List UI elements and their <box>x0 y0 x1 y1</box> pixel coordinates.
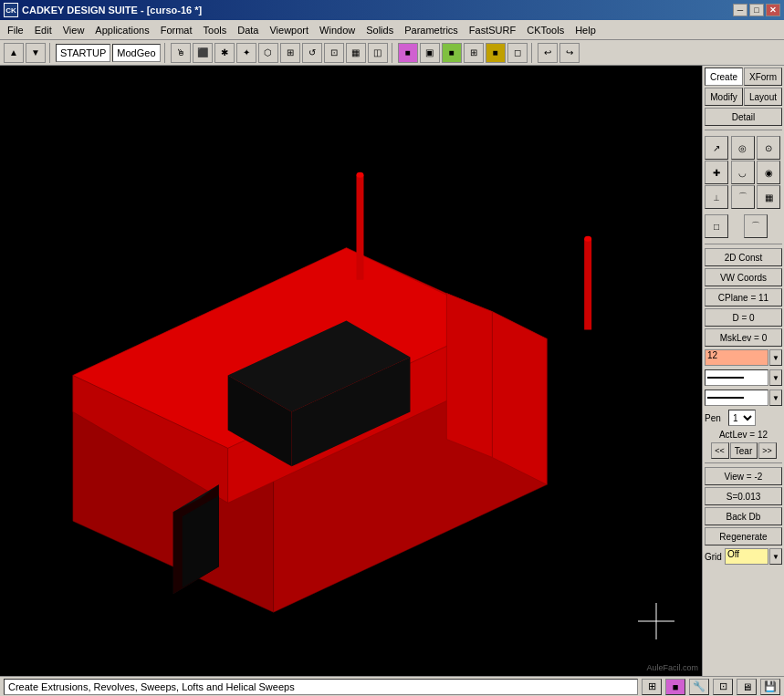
toolbar-btn4[interactable]: ✦ <box>236 43 256 63</box>
line-style-2-arrow[interactable]: ▼ <box>769 390 782 406</box>
divider-2 <box>705 244 782 244</box>
tab-detail[interactable]: Detail <box>705 108 782 126</box>
menu-data[interactable]: Data <box>232 23 264 37</box>
toolbar-btn3[interactable]: ✱ <box>214 43 235 63</box>
menu-help[interactable]: Help <box>570 23 601 37</box>
close-button[interactable]: ✕ <box>766 4 780 16</box>
toolbar-btn5[interactable]: ⬡ <box>258 43 278 63</box>
toolbar-btn7[interactable]: ↺ <box>302 43 322 63</box>
viewport[interactable]: AuleFacil.com <box>0 66 702 676</box>
divider-3 <box>705 462 782 463</box>
grid-label: Grid <box>705 552 722 562</box>
actlev-info: ActLev = 12 <box>705 429 782 441</box>
view-info[interactable]: View = -2 <box>705 467 782 485</box>
menu-fastsurf[interactable]: FastSURF <box>464 23 521 37</box>
toolbar-up-arrow[interactable]: ▲ <box>4 43 24 63</box>
menu-solids[interactable]: Solids <box>361 23 399 37</box>
line-style-1 <box>705 369 768 386</box>
title-bar-controls[interactable]: ─ □ ✕ <box>733 4 780 16</box>
toolbar-btn1[interactable]: 🖱 <box>171 43 191 63</box>
status-bar: Create Extrusions, Revolves, Sweeps, Lof… <box>0 676 784 696</box>
menu-tools[interactable]: Tools <box>198 23 233 37</box>
pen-row: Pen 123 <box>705 409 782 427</box>
status-icon-5[interactable]: 🖥 <box>737 679 757 695</box>
tab-xform[interactable]: XForm <box>744 68 782 86</box>
icon-arc[interactable]: ◡ <box>731 161 755 184</box>
cplane-info[interactable]: CPlane = 11 <box>705 288 782 306</box>
toolbar-btn9[interactable]: ▦ <box>346 43 366 63</box>
depth-info[interactable]: D = 0 <box>705 308 782 327</box>
menu-edit[interactable]: Edit <box>29 23 57 37</box>
status-icon-2[interactable]: ■ <box>665 679 685 695</box>
toolbar-btn11[interactable]: ■ <box>398 43 418 63</box>
toolbar-redo[interactable]: ↪ <box>559 43 580 63</box>
icon-plus-cross[interactable]: ✚ <box>705 161 728 184</box>
tab-modify[interactable]: Modify <box>705 88 743 106</box>
toolbar-down-arrow[interactable]: ▼ <box>26 43 46 63</box>
icon-perpendicular[interactable]: ⟂ <box>705 185 728 209</box>
toolbar-btn14[interactable]: ⊞ <box>464 43 484 63</box>
menu-applications[interactable]: Applications <box>89 23 154 37</box>
menu-viewport[interactable]: Viewport <box>264 23 314 37</box>
title-bar-left: CK CADKEY DESIGN SUITE - [curso-16 *] <box>4 3 202 17</box>
watermark: AuleFacil.com <box>646 663 698 672</box>
line-style-2-row: ▼ <box>705 389 782 407</box>
status-message: Create Extrusions, Revolves, Sweeps, Lof… <box>4 679 638 695</box>
pen-select[interactable]: 123 <box>728 410 756 426</box>
tab-row-3: Detail <box>705 108 782 126</box>
tab-layout[interactable]: Layout <box>744 88 782 106</box>
menu-format[interactable]: Format <box>155 23 198 37</box>
icon-arrow-up-right[interactable]: ↗ <box>705 136 728 160</box>
restore-button[interactable]: □ <box>749 4 764 16</box>
menu-view[interactable]: View <box>57 23 90 37</box>
app-icon: CK <box>4 3 18 17</box>
toolbar-btn8[interactable]: ⊡ <box>324 43 344 63</box>
icon-rectangle[interactable]: □ <box>705 214 728 238</box>
status-icon-4[interactable]: ⊡ <box>713 679 733 695</box>
grid-value[interactable]: Off <box>725 548 768 565</box>
minimize-button[interactable]: ─ <box>733 4 747 16</box>
status-icon-6[interactable]: 💾 <box>760 679 780 695</box>
menu-file[interactable]: File <box>2 23 29 37</box>
svg-marker-9 <box>446 294 492 458</box>
regenerate-button[interactable]: Regenerate <box>705 527 782 545</box>
color-dropdown-arrow[interactable]: ▼ <box>769 349 782 366</box>
tear-right-button[interactable]: >> <box>758 442 777 459</box>
grid-dropdown-arrow[interactable]: ▼ <box>769 548 782 565</box>
toolbar-btn2[interactable]: ⬛ <box>193 43 213 63</box>
const-2d-button[interactable]: 2D Const <box>705 248 782 266</box>
toolbar-btn15[interactable]: ■ <box>486 43 506 63</box>
toolbar-btn12[interactable]: ▣ <box>420 43 440 63</box>
icon-wave[interactable]: ⌒ <box>731 185 755 209</box>
menu-cktools[interactable]: CKTools <box>521 23 570 37</box>
toolbar-btn6[interactable]: ⊞ <box>280 43 300 63</box>
toolbar-sep3 <box>392 43 394 63</box>
tear-label[interactable]: Tear <box>730 442 758 459</box>
status-icon-3[interactable]: 🔧 <box>689 679 709 695</box>
scale-info[interactable]: S=0.013 <box>705 487 782 505</box>
msklev-info[interactable]: MskLev = 0 <box>705 328 782 347</box>
line-style-1-arrow[interactable]: ▼ <box>769 369 782 386</box>
icon-spline[interactable]: ⌒ <box>744 214 768 238</box>
tear-row: << Tear >> <box>705 442 782 459</box>
tab-create[interactable]: Create <box>705 68 743 86</box>
menu-bar: File Edit View Applications Format Tools… <box>0 20 784 40</box>
tear-left-button[interactable]: << <box>711 442 729 459</box>
icon-circle-dot[interactable]: ◎ <box>731 136 755 160</box>
color-dropdown[interactable]: 12 <box>705 349 768 366</box>
toolbar-btn10[interactable]: ◫ <box>368 43 388 63</box>
vw-coords-button[interactable]: VW Coords <box>705 268 782 286</box>
status-icon-1[interactable]: ⊞ <box>642 679 662 695</box>
svg-point-19 <box>584 236 591 242</box>
grid-row: Grid Off ▼ <box>705 547 782 566</box>
icon-grid-1: ↗ ◎ ⊙ ✚ ◡ ◉ ⟂ ⌒ ▦ <box>705 136 782 209</box>
icon-grid[interactable]: ▦ <box>757 185 780 209</box>
toolbar-btn16[interactable]: ◻ <box>507 43 528 63</box>
icon-target[interactable]: ⊙ <box>757 136 780 160</box>
toolbar-btn13[interactable]: ■ <box>442 43 462 63</box>
menu-parametrics[interactable]: Parametrics <box>399 23 464 37</box>
backdb-button[interactable]: Back Db <box>705 507 782 525</box>
toolbar-undo[interactable]: ↩ <box>538 43 558 63</box>
menu-window[interactable]: Window <box>314 23 361 37</box>
icon-circle-filled[interactable]: ◉ <box>757 161 780 184</box>
